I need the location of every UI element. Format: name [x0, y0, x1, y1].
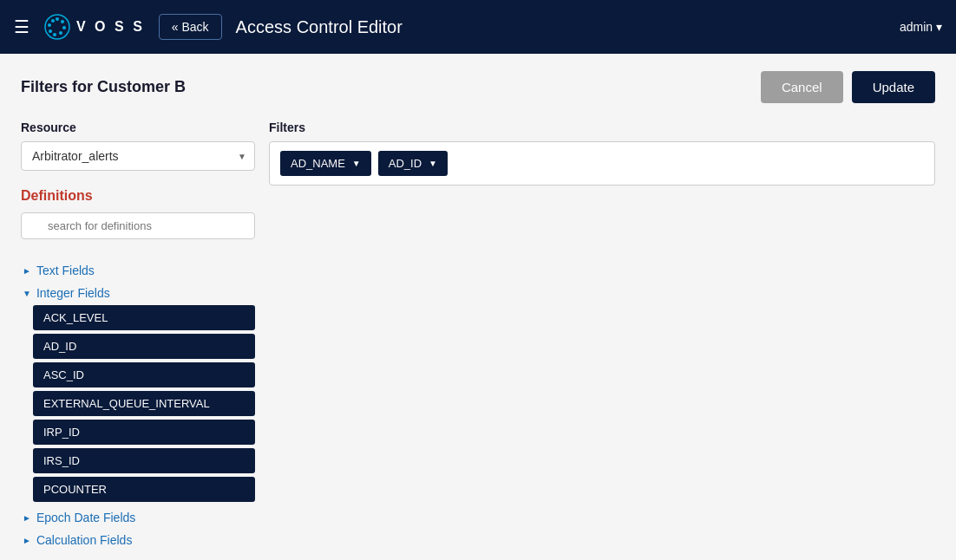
- resource-label: Resource: [21, 120, 255, 134]
- field-item-irs-id[interactable]: IRS_ID: [33, 448, 255, 473]
- filter-tag-ad-id-text: AD_ID: [389, 157, 422, 170]
- header: ☰ V O S S « Back Access Control Editor a…: [0, 0, 956, 54]
- menu-icon[interactable]: ☰: [14, 16, 29, 37]
- definitions-label: Definitions: [21, 188, 255, 204]
- resource-select-wrapper: Arbitrator_alerts: [21, 141, 255, 171]
- svg-point-4: [59, 31, 62, 35]
- filters-container: AD_NAME ▼ AD_ID ▼: [269, 141, 935, 186]
- left-column: Resource Arbitrator_alerts Definitions 🔍…: [21, 120, 255, 540]
- update-button[interactable]: Update: [852, 71, 935, 103]
- page-title: Filters for Customer B: [21, 78, 186, 96]
- svg-point-7: [48, 23, 51, 27]
- search-input[interactable]: [21, 212, 255, 239]
- back-button[interactable]: « Back: [159, 14, 222, 40]
- epoch-fields-label: Epoch Date Fields: [36, 511, 135, 524]
- text-fields-arrow: ►: [23, 266, 31, 276]
- admin-menu-button[interactable]: admin ▾: [900, 20, 942, 34]
- svg-point-3: [62, 26, 66, 29]
- right-column: Filters AD_NAME ▼ AD_ID ▼: [269, 120, 935, 540]
- svg-point-5: [53, 33, 56, 36]
- svg-point-6: [49, 29, 52, 33]
- logo-text: V O S S: [76, 19, 145, 35]
- epoch-fields-toggle[interactable]: ► Epoch Date Fields: [21, 507, 255, 528]
- definitions-section: Definitions 🔍 ► Text Fields ▼ Integer Fi…: [21, 188, 255, 550]
- page-header: Filters for Customer B Cancel Update: [21, 71, 935, 103]
- filter-tag-ad-name-text: AD_NAME: [291, 157, 345, 170]
- integer-fields-toggle[interactable]: ▼ Integer Fields: [21, 283, 255, 303]
- filters-label: Filters: [269, 120, 935, 134]
- text-fields-label: Text Fields: [36, 264, 95, 277]
- field-item-ad-id[interactable]: AD_ID: [33, 334, 255, 359]
- svg-point-2: [61, 20, 64, 23]
- filter-tag-ad-name-arrow: ▼: [352, 159, 361, 168]
- filter-tag-ad-name[interactable]: AD_NAME ▼: [280, 151, 371, 176]
- field-item-pcounter[interactable]: PCOUNTER: [33, 477, 255, 502]
- integer-fields-list: ACK_LEVEL AD_ID ASC_ID EXTERNAL_QUEUE_IN…: [33, 305, 255, 502]
- svg-point-1: [56, 17, 59, 21]
- field-item-asc-id[interactable]: ASC_ID: [33, 362, 255, 387]
- filter-tag-ad-id[interactable]: AD_ID ▼: [378, 151, 448, 176]
- cancel-button[interactable]: Cancel: [761, 71, 843, 103]
- field-item-irp-id[interactable]: IRP_ID: [33, 420, 255, 445]
- search-wrapper: 🔍: [21, 212, 255, 250]
- svg-point-8: [51, 19, 55, 23]
- field-item-ack-level[interactable]: ACK_LEVEL: [33, 305, 255, 330]
- text-fields-toggle[interactable]: ► Text Fields: [21, 260, 255, 281]
- main-layout: Resource Arbitrator_alerts Definitions 🔍…: [21, 120, 935, 540]
- integer-fields-arrow: ▼: [23, 289, 31, 298]
- filter-tag-ad-id-arrow: ▼: [429, 159, 437, 168]
- epoch-fields-arrow: ►: [23, 513, 31, 523]
- calculation-fields-label: Calculation Fields: [36, 533, 133, 547]
- calculation-fields-arrow: ►: [23, 536, 31, 545]
- calculation-fields-toggle[interactable]: ► Calculation Fields: [21, 530, 255, 550]
- resource-select[interactable]: Arbitrator_alerts: [21, 141, 255, 171]
- logo-icon: [43, 13, 71, 41]
- page-header-title: Access Control Editor: [236, 17, 886, 37]
- field-item-external-queue[interactable]: EXTERNAL_QUEUE_INTERVAL: [33, 391, 255, 416]
- integer-fields-label: Integer Fields: [36, 286, 110, 300]
- action-buttons: Cancel Update: [761, 71, 935, 103]
- content-area: Filters for Customer B Cancel Update Res…: [0, 54, 956, 560]
- logo: V O S S: [43, 13, 145, 41]
